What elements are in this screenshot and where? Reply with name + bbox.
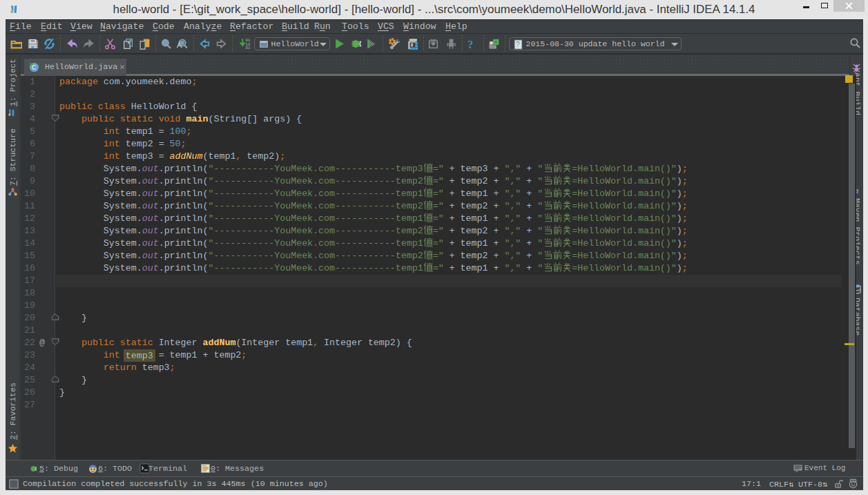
svg-text:C: C — [32, 64, 36, 72]
svg-text:01: 01 — [245, 46, 250, 50]
svg-text:?: ? — [467, 39, 473, 50]
svg-text:?: ? — [516, 41, 520, 48]
